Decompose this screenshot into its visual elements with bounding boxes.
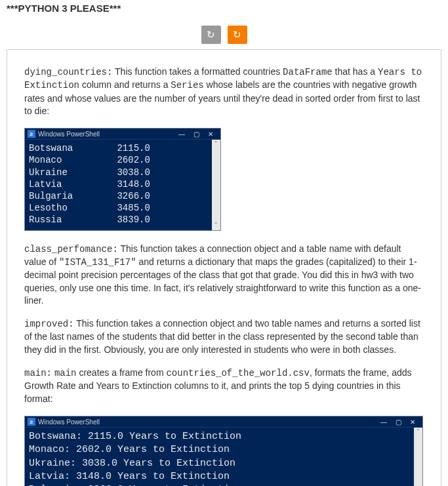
fn-name: dying_countries: <box>24 67 112 77</box>
minimize-button[interactable]: — <box>377 418 391 426</box>
powershell-window-1: ≥ Windows PowerShell — ▢ ✕ Botswana 2115… <box>24 128 221 230</box>
ps1-titlebar: ≥ Windows PowerShell — ▢ ✕ <box>25 129 220 140</box>
reload-button[interactable]: ↻ <box>201 26 221 44</box>
maximize-button[interactable]: ▢ <box>189 131 203 138</box>
ps1-output: Botswana 2115.0 Monaco 2602.0 Ukraine 30… <box>25 140 212 230</box>
header-title: ***PYTHON 3 PLEASE*** <box>7 3 121 14</box>
ps2-window-buttons: — ▢ ✕ <box>377 418 420 426</box>
ps1-title: Windows PowerShell <box>38 131 174 138</box>
ps1-scrollbar[interactable]: ˄ ˅ <box>212 140 220 230</box>
ps1-window-buttons: — ▢ ✕ <box>174 131 218 138</box>
minimize-button[interactable]: — <box>174 131 189 138</box>
close-button[interactable]: ✕ <box>203 131 218 138</box>
powershell-icon: ≥ <box>28 418 35 426</box>
document-body: dying_countries: This function takes a f… <box>7 49 441 486</box>
improved-desc: improved: This function takes a connecti… <box>24 317 424 356</box>
class-performance-desc: class_perfomance: This function takes a … <box>24 243 424 308</box>
main-desc: main: main creates a frame from countrie… <box>24 367 424 405</box>
scroll-up-icon[interactable]: ˄ <box>212 140 220 149</box>
toolbar: ↻ ↻ <box>0 14 448 49</box>
fn-name: improved: <box>24 319 74 329</box>
scroll-track[interactable] <box>414 437 422 486</box>
ps2-title: Windows PowerShell <box>38 418 377 426</box>
ps2-output: Botswana: 2115.0 Years to Extinction Mon… <box>25 428 414 486</box>
reload-icon: ↻ <box>207 29 215 41</box>
ps2-titlebar: ≥ Windows PowerShell — ▢ ✕ <box>25 416 422 428</box>
fn-name: class_perfomance: <box>24 244 118 254</box>
ps2-scrollbar[interactable]: ˄ ˅ <box>414 428 422 486</box>
scroll-up-icon[interactable]: ˄ <box>414 428 422 437</box>
fn-name: main: <box>24 368 52 378</box>
maximize-button[interactable]: ▢ <box>391 418 405 426</box>
page-header: ***PYTHON 3 PLEASE*** <box>0 0 448 14</box>
powershell-icon: ≥ <box>28 130 35 138</box>
refresh-button[interactable]: ↻ <box>228 26 247 44</box>
scroll-down-icon[interactable]: ˅ <box>212 221 220 230</box>
refresh-icon: ↻ <box>233 29 241 41</box>
powershell-window-2: ≥ Windows PowerShell — ▢ ✕ Botswana: 211… <box>24 416 423 486</box>
dying-countries-desc: dying_countries: This function takes a f… <box>24 66 424 117</box>
close-button[interactable]: ✕ <box>405 418 420 426</box>
scroll-track[interactable] <box>212 149 220 220</box>
